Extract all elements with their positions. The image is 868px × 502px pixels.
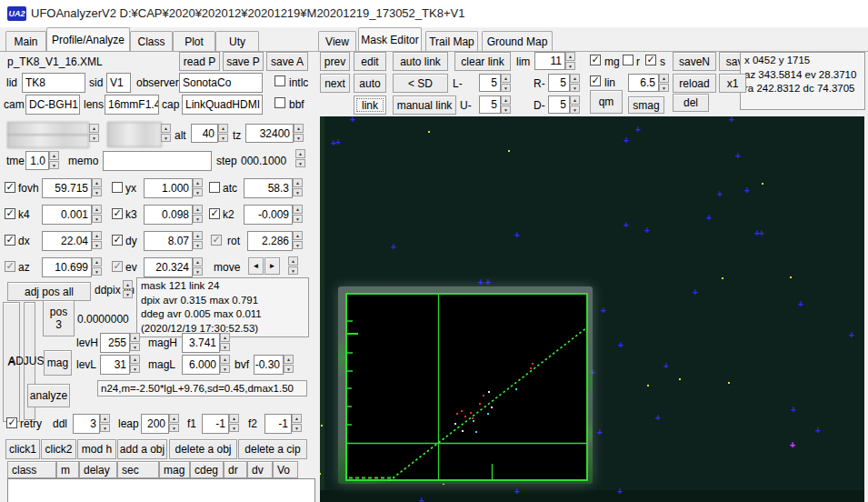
spin-up-icon[interactable]: ▲ (288, 256, 298, 266)
spin-down-icon[interactable]: ▼ (92, 188, 102, 197)
u-minus-field[interactable]: 5 (479, 95, 501, 114)
lid-field[interactable]: TK8 (22, 73, 85, 93)
r-minus-field[interactable]: 5 (548, 74, 570, 92)
spin-up-icon[interactable]: ▲ (570, 95, 580, 105)
tme-spinner[interactable]: ▲▼ (49, 151, 59, 170)
spin-up-icon[interactable]: ▲ (92, 205, 102, 214)
save-p-button[interactable]: save P (223, 52, 264, 71)
dx-spinner[interactable]: ▲▼ (92, 231, 102, 250)
spin-up-icon[interactable]: ▲ (501, 95, 511, 105)
spin-up-icon[interactable]: ▲ (565, 52, 575, 61)
yx-field[interactable]: 1.000 (144, 178, 193, 198)
spin-down-icon[interactable]: ▼ (284, 365, 294, 374)
mag-button[interactable]: mag (44, 350, 72, 376)
spin-down-icon[interactable]: ▼ (288, 266, 298, 276)
levl-spinner[interactable]: ▲▼ (130, 355, 140, 374)
r-checkbox[interactable] (623, 55, 634, 65)
delete-a-obj-button[interactable]: delete a obj (169, 439, 237, 459)
col-header-cdeg[interactable]: cdeg (190, 461, 224, 478)
spin-down-icon[interactable]: ▼ (501, 84, 511, 93)
ddl-field[interactable]: 3 (73, 414, 100, 434)
spin-up-icon[interactable]: ▲ (130, 333, 140, 342)
alt-field[interactable]: 40 (191, 124, 218, 143)
analyze-button[interactable]: analyze (27, 384, 70, 407)
saven-button[interactable]: saveN (673, 52, 716, 71)
spin-down-icon[interactable]: ▼ (229, 424, 239, 433)
bbf-checkbox[interactable] (274, 97, 285, 108)
lim-field[interactable]: 11 (534, 52, 565, 70)
tab-profile-analyze[interactable]: Profile/Analyze (46, 27, 130, 51)
spin-down-icon[interactable]: ▼ (130, 343, 140, 352)
ev-field[interactable]: 20.324 (144, 257, 193, 277)
del-button[interactable]: del (673, 94, 709, 112)
retry-checkbox[interactable]: ✓ (6, 417, 17, 428)
spin-down-icon[interactable]: ▼ (220, 343, 230, 352)
spin-up-icon[interactable]: ▲ (169, 414, 179, 423)
alt-spinner[interactable]: ▲▼ (218, 124, 228, 143)
dy-field[interactable]: 8.07 (144, 231, 193, 251)
qm-button[interactable]: qm (590, 90, 623, 114)
atc-spinner[interactable]: ▲▼ (293, 178, 303, 197)
d-minus-field[interactable]: 5 (548, 95, 570, 114)
spin-down-icon[interactable]: ▼ (193, 188, 203, 197)
yx-checkbox[interactable] (112, 182, 123, 193)
pos-3-button[interactable]: pos 3 (43, 300, 75, 336)
location-field-1[interactable] (7, 122, 89, 136)
spin-up-icon[interactable]: ▲ (100, 414, 110, 423)
col-header-dr[interactable]: dr (224, 461, 247, 478)
k4-checkbox[interactable]: ✓ (5, 208, 15, 219)
auto-link-button[interactable]: auto link (393, 52, 448, 71)
tab-view[interactable]: View (318, 31, 356, 51)
l-minus-spinner[interactable]: ▲▼ (501, 74, 511, 93)
spin-up-icon[interactable]: ▲ (294, 124, 304, 133)
spin-up-icon[interactable]: ▲ (293, 178, 303, 187)
spin-up-icon[interactable]: ▲ (92, 257, 102, 266)
tab-class[interactable]: Class (130, 31, 173, 51)
k2-field[interactable]: -0.009 (244, 205, 293, 225)
spin-up-icon[interactable]: ▲ (220, 355, 230, 364)
spin-up-icon[interactable]: ▲ (292, 414, 302, 423)
rot-spinner[interactable]: ▲▼ (293, 231, 303, 250)
magl-field[interactable]: 6.000 (182, 355, 220, 375)
spin-up-icon[interactable]: ▲ (92, 231, 102, 240)
starfield[interactable]: +++++++++++++++++++++++++++++++++ (320, 116, 864, 502)
memo-field[interactable] (103, 151, 212, 171)
spin-down-icon[interactable]: ▼ (565, 62, 575, 71)
ddl-spinner[interactable]: ▲▼ (100, 414, 110, 433)
spin-down-icon[interactable]: ▼ (293, 215, 303, 224)
col-header-delay[interactable]: delay (79, 461, 117, 478)
delete-a-cip-button[interactable]: delete a cip (238, 439, 307, 459)
save-a-button[interactable]: save A (266, 52, 308, 71)
lim-spinner[interactable]: ▲▼ (565, 52, 575, 71)
k2-spinner[interactable]: ▲▼ (293, 205, 303, 224)
move-right-button[interactable]: ► (264, 257, 280, 275)
cap-field[interactable]: LinkQuadHDMI (182, 95, 263, 115)
k3-checkbox[interactable]: ✓ (112, 208, 123, 219)
dy-spinner[interactable]: ▲▼ (193, 231, 203, 250)
location-spinner-1[interactable]: ▲▼ (89, 124, 99, 143)
spin-down-icon[interactable]: ▼ (92, 267, 102, 276)
az-spinner[interactable]: ▲▼ (92, 257, 102, 276)
yx-spinner[interactable]: ▲▼ (193, 178, 203, 197)
k2-checkbox[interactable]: ✓ (209, 208, 220, 219)
spin-up-icon[interactable]: ▲ (220, 333, 230, 342)
d-minus-spinner[interactable]: ▲▼ (570, 95, 580, 115)
fovh-spinner[interactable]: ▲▼ (92, 178, 102, 197)
auto-button[interactable]: auto (354, 74, 386, 93)
spin-up-icon[interactable]: ▲ (193, 231, 203, 240)
ev-checkbox[interactable]: ✓ (112, 261, 123, 272)
dx-checkbox[interactable]: ✓ (5, 235, 15, 246)
tz-spinner[interactable]: ▲▼ (294, 124, 304, 143)
spin-down-icon[interactable]: ▼ (193, 215, 203, 224)
spin-up-icon[interactable]: ▲ (501, 74, 511, 83)
spin-down-icon[interactable]: ▼ (193, 241, 203, 250)
atc-field[interactable]: 58.3 (244, 178, 293, 198)
f1-field[interactable]: -1 (202, 414, 229, 434)
mod-h-button[interactable]: mod h (77, 439, 116, 459)
tab-mask-editor[interactable]: Mask Editor (358, 27, 422, 51)
adj-pos-all-button[interactable]: adj pos all (7, 282, 91, 301)
spin-down-icon[interactable]: ▼ (92, 215, 102, 224)
spin-up-icon[interactable]: ▲ (193, 257, 203, 266)
bvf-field[interactable]: -0.30 (254, 355, 284, 375)
dx-field[interactable]: 22.04 (42, 231, 92, 251)
